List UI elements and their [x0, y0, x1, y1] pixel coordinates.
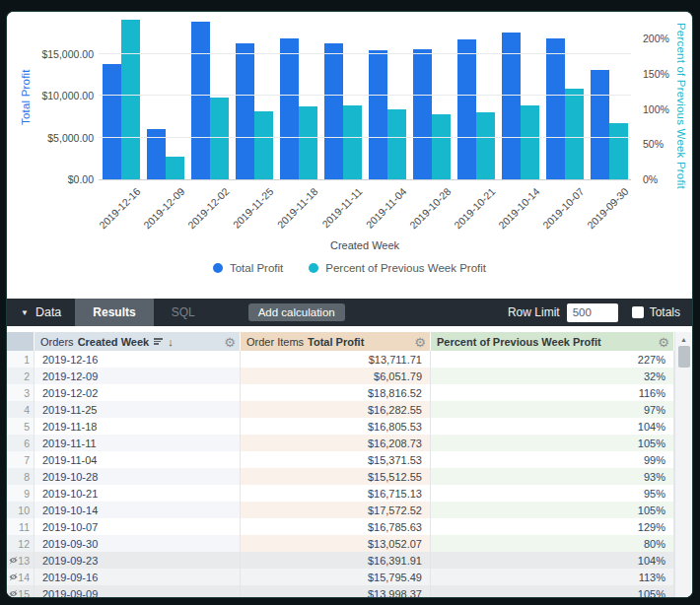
cell-percent-prev-week[interactable]: 95% [431, 485, 674, 502]
field-name: Percent of Previous Week Profit [437, 336, 601, 348]
gear-icon[interactable]: ⚙ [414, 335, 426, 348]
column-header-percent[interactable]: Percent of Previous Week Profit ⚙ [431, 332, 674, 351]
legend-item-total-profit[interactable]: Total Profit [213, 262, 283, 274]
cell-created-week[interactable]: 2019-12-02 [35, 384, 241, 401]
cell-percent-prev-week[interactable]: 32% [431, 368, 674, 384]
tab-sql[interactable]: SQL [154, 299, 213, 326]
cell-created-week[interactable]: 2019-11-04 [35, 451, 241, 468]
cell-total-profit[interactable]: $16,805.53 [241, 418, 431, 435]
cell-created-week[interactable]: 2019-11-11 [35, 435, 241, 451]
bar-total-profit[interactable] [457, 39, 476, 179]
eye-slash-icon[interactable] [8, 555, 19, 568]
x-tick-label: 2019-10-14 [496, 185, 541, 231]
cell-created-week[interactable]: 2019-09-23 [35, 552, 241, 569]
cell-total-profit[interactable]: $15,795.49 [241, 569, 431, 585]
bar-total-profit[interactable] [324, 43, 343, 179]
cell-created-week[interactable]: 2019-10-21 [35, 485, 241, 502]
bar-percent-prev-week[interactable] [476, 112, 495, 179]
bar-total-profit[interactable] [502, 33, 521, 179]
cell-total-profit[interactable]: $13,052.07 [241, 535, 431, 552]
cell-total-profit[interactable]: $16,785.63 [241, 518, 431, 535]
tab-results[interactable]: Results [75, 299, 153, 326]
cell-total-profit[interactable]: $13,711.71 [241, 351, 431, 368]
bar-percent-prev-week[interactable] [565, 89, 584, 179]
cell-created-week[interactable]: 2019-11-18 [35, 418, 241, 435]
cell-percent-prev-week[interactable]: 113% [431, 569, 674, 585]
legend-item-percent[interactable]: Percent of Previous Week Profit [309, 262, 486, 274]
table-scrollbar[interactable]: ▲ [674, 332, 692, 597]
cell-percent-prev-week[interactable]: 105% [431, 585, 674, 597]
bar-percent-prev-week[interactable] [299, 106, 317, 179]
bar-percent-prev-week[interactable] [166, 157, 184, 179]
totals-checkbox[interactable] [632, 306, 644, 318]
cell-percent-prev-week[interactable]: 227% [431, 351, 674, 368]
cell-total-profit[interactable]: $15,371.53 [241, 451, 431, 468]
bar-percent-prev-week[interactable] [210, 98, 229, 179]
table-row: 142019-09-16$15,795.49113% [7, 569, 692, 585]
cell-percent-prev-week[interactable]: 105% [431, 435, 674, 451]
field-name: Total Profit [308, 336, 364, 348]
cell-percent-prev-week[interactable]: 97% [431, 401, 674, 418]
cell-total-profit[interactable]: $13,998.37 [241, 585, 431, 597]
cell-percent-prev-week[interactable]: 104% [431, 418, 674, 435]
cell-created-week[interactable]: 2019-09-09 [35, 585, 241, 597]
bar-percent-prev-week[interactable] [121, 20, 140, 179]
cell-total-profit[interactable]: $18,816.52 [241, 384, 431, 401]
cell-total-profit[interactable]: $16,715.13 [241, 485, 431, 502]
x-tick-label: 2019-12-16 [97, 185, 142, 231]
column-header-created-week[interactable]: Orders Created Week ↓ ⚙ [35, 332, 241, 351]
row-limit-input[interactable] [567, 303, 618, 322]
cell-total-profit[interactable]: $16,208.73 [241, 435, 431, 451]
bar-total-profit[interactable] [103, 64, 121, 179]
column-header-total-profit[interactable]: Order Items Total Profit ⚙ [241, 332, 431, 351]
cell-total-profit[interactable]: $17,572.52 [241, 502, 431, 518]
row-limit-label: Row Limit [508, 305, 560, 319]
bar-total-profit[interactable] [191, 22, 210, 179]
scrollbar-thumb[interactable] [678, 346, 690, 368]
bar-percent-prev-week[interactable] [609, 123, 628, 179]
bar-percent-prev-week[interactable] [343, 105, 362, 179]
bar-total-profit[interactable] [369, 50, 387, 179]
cell-total-profit[interactable]: $16,391.91 [241, 552, 431, 569]
cell-percent-prev-week[interactable]: 116% [431, 384, 674, 401]
eye-slash-icon[interactable] [8, 571, 19, 584]
gear-icon[interactable]: ⚙ [224, 335, 236, 348]
cell-total-profit[interactable]: $15,512.55 [241, 468, 431, 485]
cell-created-week[interactable]: 2019-12-16 [35, 351, 241, 368]
cell-created-week[interactable]: 2019-10-14 [35, 502, 241, 518]
caret-down-icon: ▼ [21, 308, 29, 317]
cell-created-week[interactable]: 2019-09-30 [35, 535, 241, 552]
bar-total-profit[interactable] [236, 43, 254, 179]
bar-group [587, 15, 631, 179]
bar-percent-prev-week[interactable] [387, 109, 406, 179]
cell-percent-prev-week[interactable]: 99% [431, 451, 674, 468]
data-section-toggle[interactable]: ▼ Data [7, 299, 75, 326]
bar-percent-prev-week[interactable] [432, 114, 451, 179]
cell-created-week[interactable]: 2019-09-16 [35, 569, 241, 585]
results-table: Orders Created Week ↓ ⚙ Order Items Tota… [7, 332, 692, 597]
eye-slash-icon[interactable] [8, 588, 19, 597]
bar-percent-prev-week[interactable] [254, 111, 273, 179]
cell-total-profit[interactable]: $16,282.55 [241, 401, 431, 418]
cell-percent-prev-week[interactable]: 104% [431, 552, 674, 569]
bar-total-profit[interactable] [546, 38, 565, 179]
scroll-up-arrow-icon[interactable]: ▲ [675, 332, 692, 343]
bar-percent-prev-week[interactable] [521, 105, 539, 179]
gear-icon[interactable]: ⚙ [658, 335, 669, 348]
bar-total-profit[interactable] [413, 49, 432, 179]
cell-created-week[interactable]: 2019-12-09 [35, 368, 241, 384]
bar-total-profit[interactable] [591, 70, 609, 179]
sort-desc-arrow-icon: ↓ [168, 336, 174, 348]
add-calculation-button[interactable]: Add calculation [248, 303, 345, 321]
cell-created-week[interactable]: 2019-10-28 [35, 468, 241, 485]
cell-percent-prev-week[interactable]: 80% [431, 535, 674, 552]
cell-percent-prev-week[interactable]: 105% [431, 502, 674, 518]
bar-total-profit[interactable] [280, 38, 299, 179]
cell-created-week[interactable]: 2019-10-07 [35, 518, 241, 535]
cell-total-profit[interactable]: $6,051.79 [241, 368, 431, 384]
cell-created-week[interactable]: 2019-11-25 [35, 401, 241, 418]
row-number-header [7, 332, 35, 351]
table-row: 102019-10-14$17,572.52105% [7, 502, 692, 518]
cell-percent-prev-week[interactable]: 93% [431, 468, 674, 485]
cell-percent-prev-week[interactable]: 129% [431, 518, 674, 535]
